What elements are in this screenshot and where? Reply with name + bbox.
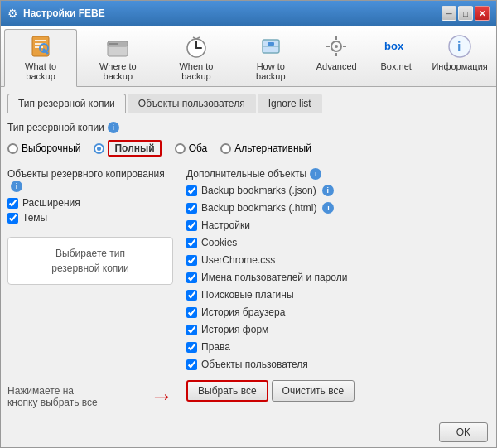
toolbar-item-where-to-backup[interactable]: Where to backup <box>79 29 157 86</box>
svg-rect-7 <box>109 43 118 45</box>
checkbox-user-objects-input[interactable] <box>186 359 197 370</box>
checkbox-userchrome: UserChrome.css <box>186 254 490 266</box>
title-bar-left: ⚙ Настройки FEBE <box>7 7 105 20</box>
toolbar-item-box-net[interactable]: box Box.net <box>367 29 425 86</box>
radio-both[interactable]: Оба <box>175 142 208 154</box>
checkbox-themes: Темы <box>7 212 173 224</box>
tab-ignore-list[interactable]: Ignore list <box>258 94 322 113</box>
svg-rect-1 <box>35 40 46 41</box>
checkbox-bookmarks-json-input[interactable] <box>186 185 197 196</box>
checkbox-cookies-label[interactable]: Cookies <box>201 237 237 248</box>
clear-all-button[interactable]: Очистить все <box>272 380 355 402</box>
checkbox-user-objects-label[interactable]: Объекты пользователя <box>201 359 308 370</box>
arrow-hint: Нажимаете на кнопку выбрать все → <box>7 359 173 410</box>
checkbox-cookies-input[interactable] <box>186 238 197 248</box>
radio-alternative[interactable]: Альтернативный <box>220 142 311 154</box>
left-column: Объекты резервного копирования i Расшире… <box>7 168 173 410</box>
right-checkboxes: Backup bookmarks (.json) i Backup bookma… <box>186 185 490 373</box>
radio-both-label: Оба <box>189 142 208 154</box>
radio-alternative-indicator <box>220 143 231 154</box>
main-columns: Объекты резервного копирования i Расшире… <box>7 168 490 410</box>
section-title-text: Тип резервной копии <box>7 122 104 133</box>
info-toolbar-icon: i <box>446 33 473 60</box>
svg-line-11 <box>193 37 196 39</box>
checkbox-themes-label[interactable]: Темы <box>22 212 47 224</box>
checkbox-extensions-input[interactable] <box>7 198 18 209</box>
additional-info-icon[interactable]: i <box>310 168 321 180</box>
checkbox-search-plugins-input[interactable] <box>186 290 197 301</box>
checkbox-rights-label[interactable]: Права <box>201 341 230 353</box>
toolbar-item-advanced[interactable]: Advanced <box>307 29 365 86</box>
checkbox-bookmarks-html-label[interactable]: Backup bookmarks (.html) <box>201 202 316 214</box>
objects-info-icon[interactable]: i <box>11 181 22 192</box>
checkbox-search-plugins: Поисковые плагины <box>186 289 490 301</box>
tooltip-text1: Выбираете тип <box>17 246 164 261</box>
checkbox-bookmarks-json-label[interactable]: Backup bookmarks (.json) <box>201 185 316 196</box>
window-title: Настройки FEBE <box>23 7 105 19</box>
ok-button[interactable]: OK <box>439 422 488 442</box>
checkbox-browser-history: История браузера <box>186 306 490 318</box>
tab-backup-type[interactable]: Тип резервной копии <box>7 94 126 113</box>
bookmarks-html-info-icon[interactable]: i <box>322 202 334 214</box>
content-area: Тип резервной копии Объекты пользователя… <box>1 87 496 417</box>
checkbox-search-plugins-label[interactable]: Поисковые плагины <box>201 289 294 301</box>
checkbox-userchrome-input[interactable] <box>186 255 197 266</box>
toolbar-label-what-to-backup: What to backup <box>12 61 70 81</box>
checkbox-extensions-label[interactable]: Расширения <box>22 197 80 209</box>
checkbox-rights-input[interactable] <box>186 342 197 353</box>
minimize-button[interactable]: ─ <box>442 6 456 21</box>
section-title: Тип резервной копии i <box>7 122 490 133</box>
radio-full[interactable]: Полный <box>94 140 161 157</box>
checkbox-passwords-label[interactable]: Имена пользователей и пароли <box>201 272 347 283</box>
radio-full-label: Полный <box>108 140 161 157</box>
bookmarks-json-info-icon[interactable]: i <box>322 185 334 196</box>
toolbar-item-when-to-backup[interactable]: When to backup <box>158 29 234 86</box>
section-info-icon[interactable]: i <box>108 122 119 133</box>
toolbar-label-when-to-backup: When to backup <box>166 61 226 81</box>
bottom-buttons: Выбрать все Очистить все <box>186 380 490 402</box>
checkbox-passwords-input[interactable] <box>186 272 197 283</box>
radio-selective-label: Выборочный <box>22 142 80 154</box>
additional-title-text: Дополнительные объекты <box>186 168 306 180</box>
checkbox-user-objects: Объекты пользователя <box>186 359 490 370</box>
checkbox-bookmarks-html-input[interactable] <box>186 203 197 214</box>
toolbar-label-box-net: Box.net <box>381 61 412 71</box>
toolbar-label-info: Информация <box>432 61 487 71</box>
red-arrow-icon: → <box>150 383 173 410</box>
svg-rect-15 <box>268 42 274 46</box>
svg-rect-3 <box>35 46 43 48</box>
what-to-backup-icon <box>27 33 54 60</box>
checkbox-userchrome-label[interactable]: UserChrome.css <box>201 254 275 266</box>
tab-user-objects[interactable]: Объекты пользователя <box>128 94 256 113</box>
toolbar-item-what-to-backup[interactable]: What to backup <box>4 29 77 87</box>
radio-selective[interactable]: Выборочный <box>7 142 80 154</box>
maximize-button[interactable]: □ <box>458 6 473 21</box>
tabs-row: Тип резервной копии Объекты пользователя… <box>7 94 490 113</box>
checkbox-themes-input[interactable] <box>7 213 18 224</box>
checkbox-form-history-input[interactable] <box>186 325 197 335</box>
additional-title: Дополнительные объекты i <box>186 168 490 180</box>
toolbar-item-how-to-backup[interactable]: How to backup <box>235 29 306 86</box>
checkbox-extensions: Расширения <box>7 197 173 209</box>
checkbox-passwords: Имена пользователей и пароли <box>186 272 490 283</box>
svg-line-12 <box>196 37 200 39</box>
toolbar-label-how-to-backup: How to backup <box>243 61 298 81</box>
how-to-backup-icon <box>258 33 284 60</box>
checkbox-browser-history-label[interactable]: История браузера <box>201 306 285 318</box>
checkbox-settings-label[interactable]: Настройки <box>201 219 250 231</box>
objects-title-text: Объекты резервного копирования <box>7 168 165 180</box>
svg-text:i: i <box>457 40 461 54</box>
radio-group: Выборочный Полный Оба Альтернативный <box>7 140 490 157</box>
objects-section-title: Объекты резервного копирования i <box>7 168 173 192</box>
checkbox-browser-history-input[interactable] <box>186 307 197 318</box>
checkbox-settings-input[interactable] <box>186 220 197 231</box>
checkbox-bookmarks-html: Backup bookmarks (.html) i <box>186 202 490 214</box>
arrow-text2: кнопку выбрать все <box>7 397 150 408</box>
select-all-button[interactable]: Выбрать все <box>186 380 268 402</box>
close-button[interactable]: ✕ <box>475 6 490 21</box>
when-to-backup-icon <box>183 33 210 60</box>
title-bar: ⚙ Настройки FEBE ─ □ ✕ <box>1 1 496 26</box>
toolbar-item-info[interactable]: i Информация <box>427 29 493 86</box>
checkbox-cookies: Cookies <box>186 237 490 248</box>
checkbox-form-history-label[interactable]: История форм <box>201 324 268 335</box>
